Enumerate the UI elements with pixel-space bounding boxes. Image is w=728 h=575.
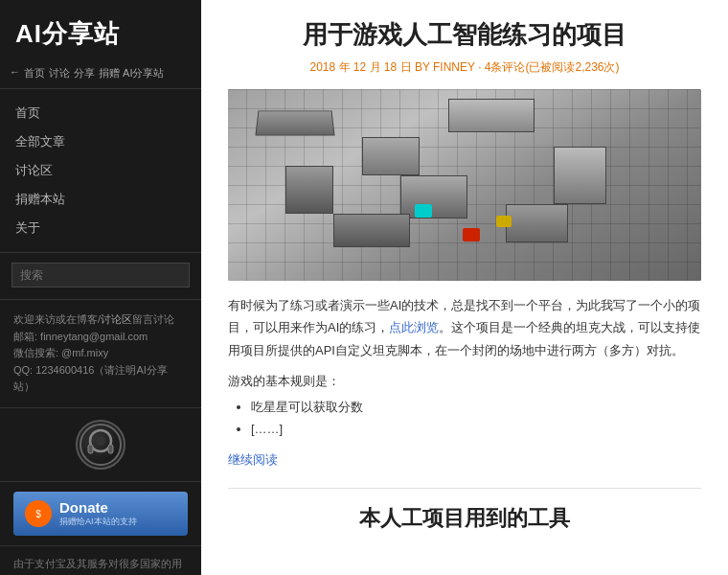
forum-link[interactable]: 讨论区 (101, 313, 132, 325)
rule-item-1: 吃星星可以获取分数 (251, 396, 701, 418)
site-title[interactable]: AI分享站 (0, 0, 201, 64)
svg-rect-2 (108, 445, 113, 453)
donate-sub-label: 捐赠给AI本站的支持 (59, 516, 137, 528)
search-input[interactable] (11, 263, 190, 288)
avatar-section (0, 408, 201, 482)
sidebar-info: 欢迎来访或在博客/讨论区留言讨论 邮箱: finneytang@gmail.co… (0, 300, 201, 408)
top-nav: ← 首页 讨论 分享 捐赠 AI分享站 (0, 64, 201, 89)
wall-5 (400, 175, 467, 218)
donate-icon: $ (25, 500, 52, 527)
sidebar-email: 邮箱: finneytang@gmail.com (13, 329, 188, 346)
article-image (228, 89, 701, 281)
sidebar: AI分享站 ← 首页 讨论 分享 捐赠 AI分享站 首页 全部文章 讨论区 捐赠… (0, 0, 201, 575)
sidebar-qq: QQ: 1234600416（请注明AI分享站） (13, 362, 188, 396)
top-nav-share[interactable]: 分享 (74, 66, 95, 80)
game-rules-title: 游戏的基本规则是： (228, 373, 701, 390)
avatar-inner (80, 424, 122, 466)
article-meta: 2018 年 12 月 18 日 BY FINNEY · 4条评论(已被阅读2,… (228, 59, 701, 76)
rule-item-2: [……] (251, 418, 701, 440)
sidebar-wechat: 微信搜索: @mf.mixy (13, 345, 188, 362)
sidebar-item-about[interactable]: 关于 (0, 214, 201, 242)
sidebar-info-text: 欢迎来访或在博客/讨论区留言讨论 (13, 311, 188, 329)
article-body: 有时候为了练习或者演示一些AI的技术，总是找不到一个平台，为此我写了一个小的项目… (228, 294, 701, 361)
svg-rect-1 (88, 445, 93, 453)
sidebar-nav: 首页 全部文章 讨论区 捐赠本站 关于 (0, 89, 201, 253)
svg-point-3 (96, 436, 105, 446)
article-body-paragraph: 有时候为了练习或者演示一些AI的技术，总是找不到一个平台，为此我写了一个小的项目… (228, 294, 701, 361)
wall-1 (255, 110, 334, 135)
game-rules-list: 吃星星可以获取分数 [……] (251, 396, 701, 441)
sidebar-item-all-articles[interactable]: 全部文章 (0, 127, 201, 156)
article-title: 用于游戏人工智能练习的项目 (228, 19, 701, 52)
donate-main-label: Donate (59, 499, 137, 516)
maze-graphic (228, 89, 701, 281)
top-nav-home[interactable]: 首页 (24, 66, 45, 80)
top-nav-item[interactable]: ← (10, 66, 20, 80)
sidebar-bottom-text: 由于支付宝及其服务对很多国家的用户，以我定义方式方法受到较输以及我的独秀，如果您… (0, 546, 201, 575)
wall-4 (285, 166, 333, 214)
tank-cyan (415, 204, 432, 218)
wall-2 (362, 137, 420, 175)
wall-6 (554, 147, 606, 204)
wall-7 (333, 214, 410, 247)
main-content: 用于游戏人工智能练习的项目 2018 年 12 月 18 日 BY FINNEY… (201, 0, 728, 575)
wall-8 (506, 204, 568, 242)
donate-section: $ Donate 捐赠给AI本站的支持 (0, 482, 201, 546)
avatar (76, 420, 125, 470)
donate-button[interactable]: $ Donate 捐赠给AI本站的支持 (13, 492, 188, 536)
search-section (0, 253, 201, 300)
sidebar-item-forum[interactable]: 讨论区 (0, 156, 201, 185)
svg-text:$: $ (35, 509, 41, 519)
project-link[interactable]: 点此浏览 (389, 320, 439, 334)
sidebar-item-donate[interactable]: 捐赠本站 (0, 185, 201, 214)
read-more-link[interactable]: 继续阅读 (228, 452, 278, 467)
sidebar-item-home[interactable]: 首页 (0, 99, 201, 127)
tank-red (463, 228, 480, 242)
donate-text: Donate 捐赠给AI本站的支持 (59, 499, 137, 528)
wall-3 (448, 99, 535, 132)
tank-yellow (496, 216, 512, 227)
top-nav-donate[interactable]: 捐赠 AI分享站 (99, 66, 164, 80)
top-nav-discuss[interactable]: 讨论 (49, 66, 70, 80)
next-article-title: 本人工项目用到的工具 (228, 488, 701, 533)
